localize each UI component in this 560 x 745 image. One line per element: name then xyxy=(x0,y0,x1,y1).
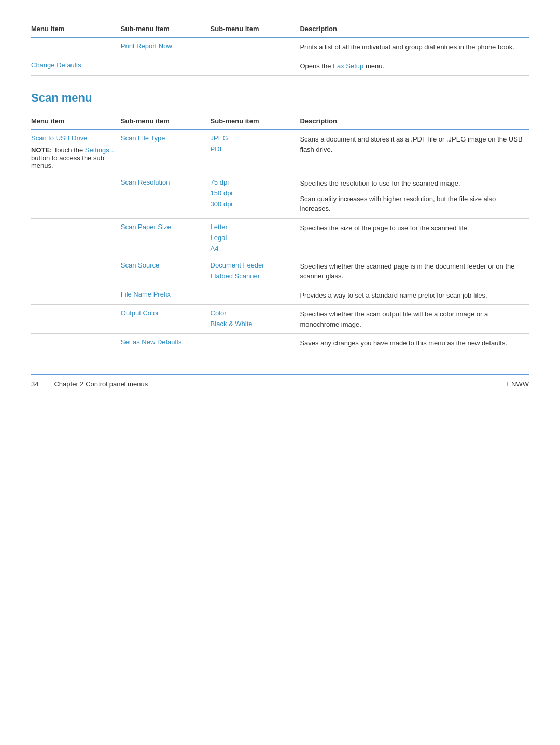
scan-row1-col3-pdf: PDF xyxy=(211,145,295,153)
scan-row3-legal: Legal xyxy=(211,234,295,242)
scan-row2-desc1: Specifies the resolution to use for the … xyxy=(300,178,524,189)
300dpi-link[interactable]: 300 dpi xyxy=(211,200,233,208)
scan-row5-col3 xyxy=(211,286,300,305)
top-row2-col1: Change Defaults xyxy=(31,57,121,76)
table-row: Scan to USB Drive NOTE: Touch the Settin… xyxy=(31,130,529,174)
footer-chapter: Chapter 2 Control panel menus xyxy=(54,380,148,388)
a4-link[interactable]: A4 xyxy=(211,245,219,252)
scan-row2-75dpi: 75 dpi xyxy=(211,178,295,186)
scan-row4-col4: Specifies whether the scanned page is in… xyxy=(300,257,529,286)
scan-col2-header: Sub-menu item xyxy=(121,113,211,130)
fax-setup-link[interactable]: Fax Setup xyxy=(333,62,363,70)
scan-row3-col4: Specifies the size of the page to use fo… xyxy=(300,218,529,257)
scan-row4-doc-feeder: Document Feeder xyxy=(211,261,295,269)
scan-row2-col4: Specifies the resolution to use for the … xyxy=(300,174,529,219)
scan-row1-col2: Scan File Type xyxy=(121,130,211,174)
scan-row1-col4: Scans a document and stores it as a .PDF… xyxy=(300,130,529,174)
file-name-prefix-link[interactable]: File Name Prefix xyxy=(121,290,171,298)
legal-link[interactable]: Legal xyxy=(211,234,227,242)
footer-left: 34 Chapter 2 Control panel menus xyxy=(31,380,148,388)
top-col1-header: Menu item xyxy=(31,21,121,37)
scan-col4-header: Description xyxy=(300,113,529,130)
jpeg-link[interactable]: JPEG xyxy=(211,134,228,142)
footer-brand: ENWW xyxy=(507,380,529,388)
scan-table: Menu item Sub-menu item Sub-menu item De… xyxy=(31,113,529,353)
scan-row4-col2: Scan Source xyxy=(121,257,211,286)
scan-row6-col1 xyxy=(31,305,121,334)
75dpi-link[interactable]: 75 dpi xyxy=(211,178,229,186)
scan-row1-col3: JPEG PDF xyxy=(211,130,300,174)
top-col2-header: Sub-menu item xyxy=(121,21,211,37)
table-row: Print Report Now Prints a list of all th… xyxy=(31,37,529,57)
top-col4-header: Description xyxy=(300,21,529,37)
scan-row6-col2: Output Color xyxy=(121,305,211,334)
top-row2-col4: Opens the Fax Setup menu. xyxy=(300,57,529,76)
scan-row7-col2: Set as New Defaults xyxy=(121,334,211,353)
scan-row1-col1: Scan to USB Drive NOTE: Touch the Settin… xyxy=(31,130,121,174)
scan-row3-col2: Scan Paper Size xyxy=(121,218,211,257)
scan-row2-300dpi: 300 dpi xyxy=(211,200,295,208)
note-label: NOTE: xyxy=(31,146,52,154)
top-row2-desc-text2: menu. xyxy=(363,62,384,70)
scan-row6-color: Color xyxy=(211,309,295,317)
set-new-defaults-link[interactable]: Set as New Defaults xyxy=(121,338,182,346)
scan-row3-a4: A4 xyxy=(211,245,295,252)
table-row: File Name Prefix Provides a way to set a… xyxy=(31,286,529,305)
scan-paper-size-link[interactable]: Scan Paper Size xyxy=(121,223,171,231)
top-col3-header: Sub-menu item xyxy=(211,21,300,37)
table-row: Scan Paper Size Letter Legal A4 Specifie… xyxy=(31,218,529,257)
scan-row5-col4: Provides a way to set a standard name pr… xyxy=(300,286,529,305)
top-table-header-row: Menu item Sub-menu item Sub-menu item De… xyxy=(31,21,529,37)
scan-row2-col2: Scan Resolution xyxy=(121,174,211,219)
scan-row6-col3: Color Black & White xyxy=(211,305,300,334)
flatbed-scanner-link[interactable]: Flatbed Scanner xyxy=(211,272,260,280)
note-text1: Touch the xyxy=(52,146,85,154)
scan-source-link[interactable]: Scan Source xyxy=(121,261,159,269)
settings-link[interactable]: Settings... xyxy=(85,146,115,154)
table-row: Scan Resolution 75 dpi 150 dpi 300 dpi S… xyxy=(31,174,529,219)
scan-row2-col1 xyxy=(31,174,121,219)
scan-row7-col1 xyxy=(31,334,121,353)
scan-col1-header: Menu item xyxy=(31,113,121,130)
scan-row4-flatbed: Flatbed Scanner xyxy=(211,272,295,280)
black-white-link[interactable]: Black & White xyxy=(211,320,253,328)
change-defaults-link[interactable]: Change Defaults xyxy=(31,61,81,69)
page-footer: 34 Chapter 2 Control panel menus ENWW xyxy=(31,374,529,388)
scan-row3-col1 xyxy=(31,218,121,257)
pdf-link[interactable]: PDF xyxy=(211,145,224,153)
scan-row2-col3: 75 dpi 150 dpi 300 dpi xyxy=(211,174,300,219)
table-row: Change Defaults Opens the Fax Setup menu… xyxy=(31,57,529,76)
scan-table-header-row: Menu item Sub-menu item Sub-menu item De… xyxy=(31,113,529,130)
scan-row5-col2: File Name Prefix xyxy=(121,286,211,305)
top-row2-desc-text1: Opens the xyxy=(300,62,333,70)
150dpi-link[interactable]: 150 dpi xyxy=(211,189,233,197)
scan-row4-col3: Document Feeder Flatbed Scanner xyxy=(211,257,300,286)
scan-file-type-link[interactable]: Scan File Type xyxy=(121,134,165,142)
scan-row1-note: NOTE: Touch the Settings... button to ac… xyxy=(31,146,116,170)
output-color-link[interactable]: Output Color xyxy=(121,309,159,317)
scan-col3-header: Sub-menu item xyxy=(211,113,300,130)
scan-row6-bw: Black & White xyxy=(211,320,295,328)
scan-to-usb-drive-link[interactable]: Scan to USB Drive xyxy=(31,134,87,142)
color-link[interactable]: Color xyxy=(211,309,227,317)
top-row1-col4: Prints a list of all the individual and … xyxy=(300,37,529,57)
document-feeder-link[interactable]: Document Feeder xyxy=(211,261,264,269)
scan-row7-col3 xyxy=(211,334,300,353)
top-row2-col2 xyxy=(121,57,211,76)
top-row1-col2: Print Report Now xyxy=(121,37,211,57)
scan-menu-section: Scan menu Menu item Sub-menu item Sub-me… xyxy=(31,91,529,353)
table-row: Scan Source Document Feeder Flatbed Scan… xyxy=(31,257,529,286)
scan-row5-col1 xyxy=(31,286,121,305)
print-report-now-link[interactable]: Print Report Now xyxy=(121,42,172,50)
scan-row2-150dpi: 150 dpi xyxy=(211,189,295,197)
top-row1-col1 xyxy=(31,37,121,57)
table-row: Output Color Color Black & White Specifi… xyxy=(31,305,529,334)
letter-link[interactable]: Letter xyxy=(211,223,228,231)
scan-row3-col3: Letter Legal A4 xyxy=(211,218,300,257)
scan-row7-col4: Saves any changes you have made to this … xyxy=(300,334,529,353)
scan-resolution-link[interactable]: Scan Resolution xyxy=(121,178,170,186)
scan-row1-col3-jpeg: JPEG xyxy=(211,134,295,142)
scan-menu-title: Scan menu xyxy=(31,91,529,105)
note-text2: button to access the sub menus. xyxy=(31,154,104,170)
footer-page-number: 34 xyxy=(31,380,38,388)
